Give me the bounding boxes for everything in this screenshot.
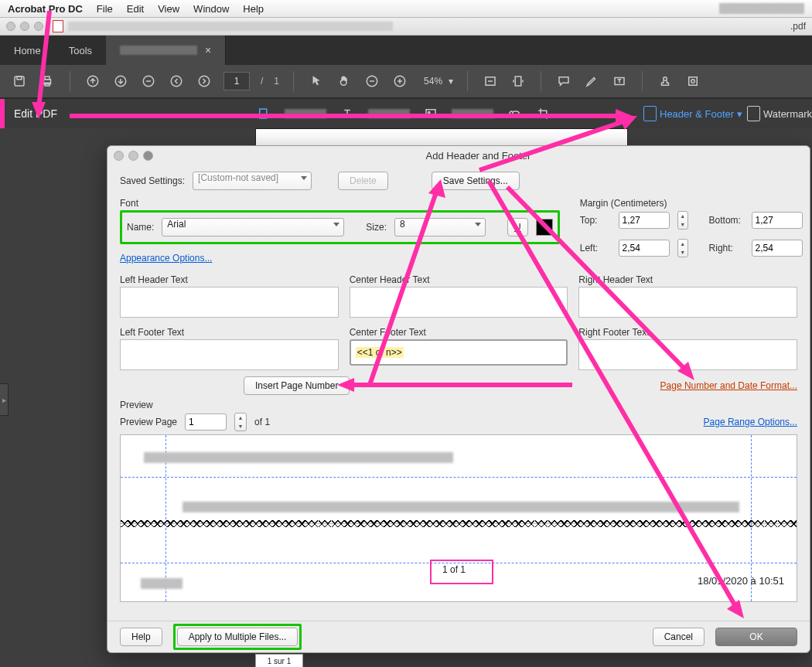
menu-window[interactable]: Window	[193, 3, 229, 15]
right-footer-label: Right Footer Text	[578, 327, 797, 338]
zoom-select[interactable]: 54%▾	[419, 74, 453, 88]
margin-top-label: Top:	[580, 215, 611, 226]
hand-icon[interactable]	[336, 73, 353, 90]
margin-top-input[interactable]	[619, 212, 670, 229]
left-header-label: Left Header Text	[120, 274, 339, 285]
add-header-footer-dialog: Add Header and Footer Saved Settings: [C…	[107, 145, 810, 653]
comment-icon[interactable]	[555, 73, 572, 90]
center-header-input[interactable]	[350, 287, 568, 318]
right-header-label: Right Header Text	[578, 274, 797, 285]
watermark-menu[interactable]: Watermark ▾	[747, 106, 812, 121]
insert-page-number-button[interactable]: Insert Page Number	[244, 376, 350, 395]
tab-tools[interactable]: Tools	[55, 36, 106, 65]
zoom-out-icon[interactable]	[363, 73, 380, 90]
settings-icon[interactable]	[684, 73, 701, 90]
font-color-swatch[interactable]	[536, 219, 553, 236]
tab-home[interactable]: Home	[0, 36, 55, 65]
page-icon	[643, 106, 657, 121]
preview-right-footer-text: 18/01/2020 à 10:51	[698, 575, 784, 587]
active-tool-indicator	[0, 99, 5, 128]
preview-page-label: Preview Page	[120, 417, 177, 427]
left-header-input[interactable]	[120, 287, 339, 318]
apply-multiple-files-button[interactable]: Apply to Multiple Files...	[177, 628, 299, 646]
refresh-icon[interactable]	[140, 73, 157, 90]
saved-settings-label: Saved Settings:	[120, 175, 185, 186]
delete-button[interactable]: Delete	[338, 172, 388, 190]
margin-left-label: Left:	[580, 243, 611, 254]
help-button[interactable]: Help	[120, 628, 162, 646]
page-number-input[interactable]	[223, 72, 250, 90]
tab-document[interactable]: ×	[106, 36, 226, 65]
margin-bottom-input[interactable]	[752, 212, 803, 229]
sidebar-expand-handle[interactable]: ▸	[0, 383, 9, 416]
arrow-right-circle-icon[interactable]	[196, 73, 213, 90]
svg-point-8	[171, 76, 182, 87]
document-extension: .pdf	[790, 21, 806, 32]
page-thumbnail-counter: 1 sur 1	[255, 654, 303, 667]
font-name-label: Name:	[127, 222, 154, 233]
zoom-in-icon[interactable]	[391, 73, 408, 90]
fit-page-icon[interactable]	[510, 73, 527, 90]
underline-button[interactable]: U	[507, 218, 528, 237]
menu-edit[interactable]: Edit	[127, 3, 144, 15]
stepper[interactable]: ▲▼	[677, 211, 688, 230]
stepper[interactable]: ▲▼	[234, 413, 247, 431]
traffic-lights[interactable]	[6, 22, 43, 31]
add-text-icon[interactable]	[339, 105, 356, 122]
right-header-input[interactable]	[578, 287, 797, 318]
pointer-icon[interactable]	[308, 73, 325, 90]
ok-button[interactable]: OK	[715, 628, 797, 646]
left-footer-input[interactable]	[120, 339, 339, 370]
edit-tool-icon[interactable]	[255, 105, 272, 122]
menubar-extras	[719, 3, 804, 14]
arrow-left-circle-icon[interactable]	[168, 73, 185, 90]
menu-file[interactable]: File	[97, 3, 113, 15]
stepper[interactable]: ▲▼	[677, 239, 688, 257]
dialog-title: Add Header and Footer	[153, 150, 803, 162]
saved-settings-select[interactable]: [Custom-not saved]	[193, 172, 312, 190]
page-number-date-format-link[interactable]: Page Number and Date Format...	[660, 380, 797, 391]
header-footer-menu[interactable]: Header & Footer ▾	[643, 106, 742, 121]
svg-point-9	[199, 76, 210, 87]
margin-right-input[interactable]	[752, 240, 803, 257]
menu-view[interactable]: View	[158, 3, 179, 15]
right-footer-input[interactable]	[578, 339, 797, 370]
svg-rect-16	[689, 77, 698, 86]
preview-section-label: Preview	[120, 400, 797, 410]
font-size-select[interactable]: 8	[394, 218, 486, 237]
arrow-up-circle-icon[interactable]	[84, 73, 101, 90]
tab-close-icon[interactable]: ×	[205, 44, 211, 56]
stamp-icon[interactable]	[657, 73, 674, 90]
preview-header-pane	[120, 434, 797, 524]
left-footer-label: Left Footer Text	[120, 327, 339, 338]
print-icon[interactable]	[39, 73, 56, 90]
highlight-icon[interactable]	[583, 73, 600, 90]
arrow-down-circle-icon[interactable]	[112, 73, 129, 90]
svg-point-17	[691, 80, 695, 83]
appearance-options-link[interactable]: Appearance Options...	[120, 253, 212, 264]
crop-icon[interactable]	[535, 105, 552, 122]
svg-rect-1	[17, 77, 22, 80]
margin-left-input[interactable]	[619, 240, 670, 257]
svg-rect-0	[15, 77, 24, 86]
font-name-select[interactable]: Arial	[162, 218, 344, 237]
margin-section-label: Margin (Centimeters)	[580, 198, 810, 209]
svg-rect-19	[426, 110, 435, 118]
tab-strip: Home Tools ×	[0, 36, 812, 65]
link-icon[interactable]	[506, 105, 523, 122]
save-icon[interactable]	[11, 73, 28, 90]
cancel-button[interactable]: Cancel	[653, 628, 705, 646]
page-total: 1	[274, 76, 279, 87]
text-box-icon[interactable]	[611, 73, 628, 90]
save-settings-button[interactable]: Save Settings...	[432, 172, 520, 190]
chevron-down-icon: ▾	[737, 108, 742, 120]
page-range-options-link[interactable]: Page Range Options...	[704, 417, 797, 427]
center-footer-value: <<1 of n>>	[356, 347, 404, 358]
center-footer-input[interactable]: <<1 of n>>	[350, 339, 568, 366]
fit-width-icon[interactable]	[482, 73, 499, 90]
add-image-icon[interactable]	[422, 105, 439, 122]
preview-of-label: of 1	[254, 417, 270, 427]
preview-page-input[interactable]	[185, 413, 227, 430]
svg-rect-13	[515, 77, 521, 86]
menu-help[interactable]: Help	[243, 3, 264, 15]
